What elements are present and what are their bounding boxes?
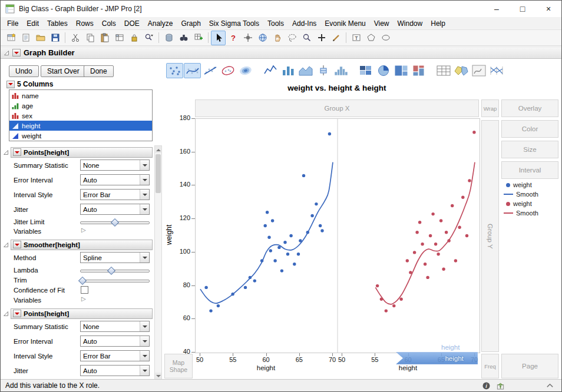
menu-analyze[interactable]: Analyze: [144, 18, 177, 29]
data-point[interactable]: [431, 212, 434, 215]
panel-header[interactable]: Points[height]: [11, 147, 153, 158]
polygon-icon[interactable]: [363, 31, 378, 45]
data-point[interactable]: [217, 304, 220, 307]
mosaic-icon[interactable]: [410, 63, 427, 78]
wrap-drop-zone[interactable]: Wrap: [481, 99, 499, 117]
home-up-icon[interactable]: [496, 381, 505, 390]
data-point[interactable]: [442, 268, 445, 271]
menu-evonik-menu[interactable]: Evonik Menu: [320, 18, 369, 29]
column-item-age[interactable]: age: [9, 101, 152, 111]
panel-header[interactable]: Smoother[height]: [11, 240, 153, 250]
copy-table-icon[interactable]: [112, 31, 127, 45]
group-x-drop-zone[interactable]: Group X: [195, 99, 479, 117]
map-shape-icon[interactable]: [452, 63, 470, 78]
disclosure-triangle-icon[interactable]: [4, 50, 9, 56]
legend-item[interactable]: Smooth: [504, 208, 538, 218]
menu-view[interactable]: View: [370, 18, 394, 29]
save-icon[interactable]: [48, 31, 62, 45]
data-point[interactable]: [392, 304, 395, 307]
summary-statistic-dropdown[interactable]: None: [80, 321, 150, 332]
data-point[interactable]: [421, 242, 424, 245]
data-point[interactable]: [264, 224, 267, 227]
menu-rows[interactable]: Rows: [72, 18, 98, 29]
disclosure-right-icon[interactable]: ▷: [81, 295, 86, 302]
menu-help[interactable]: Help: [427, 18, 449, 29]
data-point[interactable]: [297, 253, 300, 255]
data-point[interactable]: [458, 226, 461, 229]
slider-thumb[interactable]: [78, 277, 86, 285]
plot-area[interactable]: [195, 118, 480, 353]
disclosure-right-icon[interactable]: ▷: [81, 227, 86, 233]
map-shape-drop-zone[interactable]: Map Shape: [164, 354, 193, 378]
pie-icon[interactable]: [375, 63, 392, 78]
data-point[interactable]: [376, 284, 379, 287]
heatmap-icon[interactable]: [357, 63, 374, 78]
data-point[interactable]: [266, 211, 269, 214]
data-point[interactable]: [451, 204, 454, 207]
freq-drop-zone[interactable]: Freq: [481, 354, 499, 378]
done-button[interactable]: Done: [84, 65, 114, 77]
cut-icon[interactable]: [68, 31, 82, 45]
disclosure-triangle-icon[interactable]: [3, 242, 9, 248]
data-point[interactable]: [273, 259, 276, 262]
menu-graph[interactable]: Graph: [177, 18, 204, 29]
slider-thumb[interactable]: [111, 218, 119, 227]
binoculars-icon[interactable]: [176, 31, 191, 45]
copy-icon[interactable]: [82, 31, 97, 45]
red-triangle-menu-icon[interactable]: [13, 241, 21, 248]
data-point[interactable]: [461, 196, 464, 199]
chevron-up-icon[interactable]: [546, 381, 554, 390]
data-point[interactable]: [406, 259, 409, 262]
interval-style-dropdown[interactable]: Error Bar: [80, 350, 150, 361]
data-point[interactable]: [454, 259, 457, 262]
start-over-button[interactable]: Start Over: [41, 65, 86, 77]
menu-file[interactable]: File: [3, 18, 22, 29]
database-icon[interactable]: [161, 31, 176, 45]
data-point[interactable]: [468, 179, 471, 182]
open-icon[interactable]: [33, 31, 48, 45]
formula-icon[interactable]: [470, 63, 487, 78]
column-item-name[interactable]: name: [9, 91, 152, 101]
legend-item[interactable]: weight: [504, 180, 538, 190]
minimize-button[interactable]: –: [484, 1, 510, 17]
smooth-curve[interactable]: [375, 162, 475, 304]
data-point[interactable]: [204, 286, 207, 289]
new-data-table-icon[interactable]: [4, 31, 18, 45]
menu-six-sigma-tools[interactable]: Six Sigma Tools: [205, 18, 263, 29]
parallel-icon[interactable]: [488, 63, 505, 78]
panel-header[interactable]: Points[height]: [11, 308, 153, 319]
help-icon[interactable]: ?: [226, 31, 240, 45]
data-point[interactable]: [320, 229, 323, 232]
data-point[interactable]: [439, 219, 442, 222]
textbox-icon[interactable]: T: [349, 31, 363, 45]
menu-window[interactable]: Window: [394, 18, 427, 29]
error-interval-dropdown[interactable]: Auto: [80, 335, 150, 347]
points-icon[interactable]: [166, 63, 183, 78]
column-item-weight[interactable]: weight: [9, 131, 152, 141]
add-grid-icon[interactable]: [191, 31, 206, 45]
column-item-sex[interactable]: sex: [9, 111, 152, 121]
data-point[interactable]: [280, 269, 283, 272]
undo-button[interactable]: Undo: [9, 65, 39, 77]
data-point[interactable]: [418, 221, 421, 224]
new-journal-icon[interactable]: [18, 31, 33, 45]
data-point[interactable]: [445, 231, 448, 234]
menu-add-ins[interactable]: Add-Ins: [288, 18, 320, 29]
data-point[interactable]: [415, 231, 418, 234]
maximize-button[interactable]: □: [510, 1, 535, 17]
disclosure-triangle-icon[interactable]: [3, 311, 9, 317]
group-y-drop-zone[interactable]: Group Y: [481, 120, 499, 352]
lasso-icon[interactable]: [285, 31, 299, 45]
height-drag-flag[interactable]: height: [396, 352, 478, 364]
page-drop-zone[interactable]: Page: [501, 354, 558, 378]
histogram-icon[interactable]: [332, 63, 349, 78]
data-point[interactable]: [315, 202, 318, 205]
red-triangle-menu-icon[interactable]: [6, 81, 15, 88]
data-point[interactable]: [429, 234, 432, 237]
data-point[interactable]: [310, 214, 313, 217]
disclosure-triangle-icon[interactable]: [3, 150, 9, 155]
bar-icon[interactable]: [279, 63, 296, 78]
hand-icon[interactable]: [270, 31, 285, 45]
box-plot-icon[interactable]: [315, 63, 332, 78]
smooth-curve[interactable]: [200, 162, 333, 304]
